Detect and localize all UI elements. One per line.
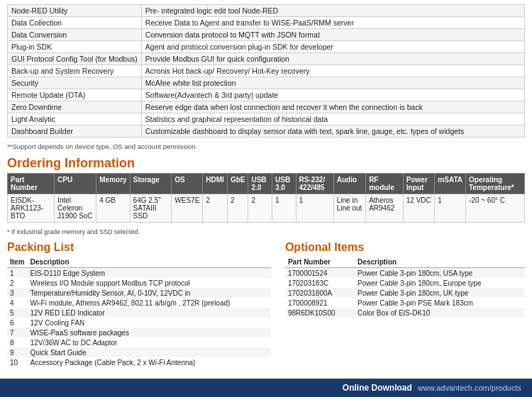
optional-part-number: 1702031800A: [285, 288, 355, 298]
optional-part-number: 1700008921: [285, 298, 355, 308]
item-description: 12V RED LED Indicator: [28, 308, 271, 318]
optional-description: Color Box of EIS-DK10: [355, 308, 525, 318]
ordering-title: Ordering Information: [0, 152, 532, 173]
list-item: 512V RED LED Indicator: [7, 308, 271, 318]
item-description: Wi-Fi module, Atheros AR9462, 802.11 a/b…: [28, 298, 271, 308]
ordering-cell: 2: [248, 194, 272, 223]
ordering-header-cell: OS: [172, 174, 203, 194]
packing-table: ItemDescription 1EIS-D110 Edge System2Wi…: [7, 257, 271, 367]
feature-desc: Receive Data to Agent and transfer to WI…: [141, 17, 524, 29]
ordering-header-cell: Memory: [96, 174, 130, 194]
list-item: 612V Cooling FAN: [7, 318, 271, 328]
footer-label: Online Download: [343, 383, 412, 393]
ordering-cell: -20 ~ 60° C: [466, 194, 525, 223]
list-item: 1702031800APower Cable 3-pin 180cm, UK t…: [285, 288, 525, 298]
optional-description: Power Cable 3-pin PSE Mark 183cm: [355, 298, 525, 308]
item-number: 4: [7, 298, 28, 308]
list-item: 2Wireless I/O Module support Modbus TCP …: [7, 278, 271, 288]
item-description: WISE-PaaS software packages: [28, 328, 271, 337]
item-number: 3: [7, 288, 28, 298]
table-row: Plug-in SDKAgent and protocol conversion…: [8, 41, 525, 53]
ordering-cell: 1: [435, 194, 466, 223]
feature-name: Data Conversion: [8, 29, 142, 41]
two-col-section: Packing List ItemDescription 1EIS-D110 E…: [0, 238, 532, 371]
footer-url: www.advantech.com/products: [418, 384, 521, 392]
ordering-header-cell: CPU: [55, 174, 96, 194]
table-row: Remote Update (OTA)Software(Advantech & …: [8, 89, 525, 101]
table-row: Light AnalyticStatistics and graphical r…: [8, 113, 525, 125]
item-number: 10: [7, 357, 28, 367]
optional-items-col: Optional Items Part NumberDescription 17…: [285, 241, 525, 367]
optional-header-cell: Description: [355, 257, 525, 268]
item-number: 8: [7, 337, 28, 347]
feature-name: Plug-in SDK: [8, 41, 142, 53]
table-row: GUI Protocol Config Tool (for Modbus)Pro…: [8, 53, 525, 65]
optional-header-cell: Part Number: [285, 257, 355, 268]
feature-desc: Pre- integrated logic edit tool Node-RED: [141, 5, 524, 17]
ordering-cell: 64G 2.5" SATAIII SSD: [130, 194, 172, 223]
ordering-cell: 2: [227, 194, 248, 223]
optional-part-number: 98R6DK10S00: [285, 308, 355, 318]
ordering-header-cell: Storage: [130, 174, 172, 194]
ordering-header-cell: Part Number: [8, 174, 55, 194]
ordering-cell: 4 GB: [96, 194, 130, 223]
feature-name: GUI Protocol Config Tool (for Modbus): [8, 53, 142, 65]
features-section: Node-RED UtilityPre- integrated logic ed…: [0, 0, 532, 140]
ordering-header-cell: HDMI: [203, 174, 228, 194]
item-number: 2: [7, 278, 28, 288]
optional-part-number: 170203183C: [285, 278, 355, 288]
list-item: 1700008921Power Cable 3-pin PSE Mark 183…: [285, 298, 525, 308]
feature-desc: Software(Advantech & 3rd party) update: [141, 89, 524, 101]
feature-desc: McAfee white list protection: [141, 77, 524, 89]
table-row: Back-up and System RecoveryAcronis Hot b…: [8, 65, 525, 77]
optional-description: Power Cable 3-pin 180cm, Europe type: [355, 278, 525, 288]
feature-name: Security: [8, 77, 142, 89]
feature-desc: Reserve edge data when lost connection a…: [141, 101, 524, 113]
item-number: 1: [7, 268, 28, 279]
ordering-cell: 12 VDC: [403, 194, 435, 223]
list-item: 170203183CPower Cable 3-pin 180cm, Europ…: [285, 278, 525, 288]
feature-name: Light Analytic: [8, 113, 142, 125]
table-row: EISDK-ARK1123-BTOIntel Celeron J1900 SoC…: [8, 194, 525, 223]
feature-name: Dashboard Builder: [8, 125, 142, 138]
ordering-header-cell: GbE: [227, 174, 248, 194]
ordering-section: Part NumberCPUMemoryStorageOSHDMIGbEUSB …: [0, 173, 532, 227]
feature-name: Data Collection: [8, 17, 142, 29]
list-item: 9Quick Start Guide: [7, 347, 271, 357]
list-item: 7WISE-PaaS software packages: [7, 328, 271, 337]
optional-part-number: 1700001524: [285, 268, 355, 279]
table-row: Node-RED UtilityPre- integrated logic ed…: [8, 5, 525, 17]
table-row: Zero DowntimeReserve edge data when lost…: [8, 101, 525, 113]
ordering-cell: Line in Line out: [333, 194, 365, 223]
ordering-cell: 1: [272, 194, 296, 223]
list-item: 812V/36W AC to DC Adaptor: [7, 337, 271, 347]
ordering-note: * If industrial grade memory and SSD sel…: [0, 227, 532, 238]
packing-header-cell: Description: [28, 257, 271, 268]
list-item: 10Accessory Package (Cable Pack, 2 x Wi-…: [7, 357, 271, 367]
support-note: **Support depends on device type, OS and…: [0, 140, 532, 152]
feature-name: Zero Downtime: [8, 101, 142, 113]
list-item: 3Temperature/Humidity Sensor, AI, 0-10V,…: [7, 288, 271, 298]
packing-list-col: Packing List ItemDescription 1EIS-D110 E…: [7, 241, 271, 367]
ordering-header-cell: RF module: [366, 174, 404, 194]
ordering-cell: EISDK-ARK1123-BTO: [8, 194, 55, 223]
item-number: 9: [7, 347, 28, 357]
ordering-header-cell: Operating Temperature*: [466, 174, 525, 194]
table-row: Data ConversionConversion data protocol …: [8, 29, 525, 41]
item-description: Temperature/Humidity Sensor, AI, 0-10V, …: [28, 288, 271, 298]
feature-desc: Conversion data protocol to MQTT with JS…: [141, 29, 524, 41]
list-item: 1EIS-D110 Edge System: [7, 268, 271, 279]
feature-name: Node-RED Utility: [8, 5, 142, 17]
ordering-header-cell: RS-232/ 422/485: [296, 174, 333, 194]
optional-description: Power Cable 3-pin 180cm, USA type: [355, 268, 525, 279]
feature-desc: Acronis Hot back-up/ Recovery/ Hot-Key r…: [141, 65, 524, 77]
item-number: 7: [7, 328, 28, 337]
ordering-header-cell: mSATA: [435, 174, 466, 194]
item-description: 12V/36W AC to DC Adaptor: [28, 337, 271, 347]
feature-desc: Agent and protocol conversion plug-in SD…: [141, 41, 524, 53]
list-item: 98R6DK10S00Color Box of EIS-DK10: [285, 308, 525, 318]
item-description: Quick Start Guide: [28, 347, 271, 357]
feature-desc: Customizable dashboard to display sensor…: [141, 125, 524, 138]
list-item: 4Wi-Fi module, Atheros AR9462, 802.11 a/…: [7, 298, 271, 308]
table-row: Dashboard BuilderCustomizable dashboard …: [8, 125, 525, 138]
